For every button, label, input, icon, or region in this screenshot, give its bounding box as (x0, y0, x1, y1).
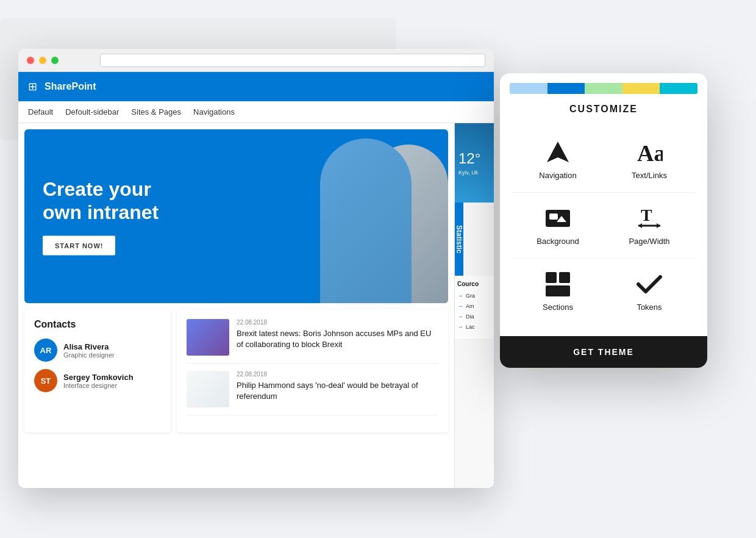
svg-text:T: T (641, 206, 652, 224)
color-swatch-2[interactable] (547, 83, 585, 94)
start-now-button[interactable]: START NOW! (43, 236, 115, 256)
svg-rect-11 (559, 272, 570, 283)
traffic-light-green[interactable] (51, 57, 59, 64)
contact-avatar-2: ST (34, 369, 57, 392)
contact-name-1: Alisa Rivera (63, 342, 115, 351)
customize-panel: CUSTOMIZE Navigation Aa Text/Links (500, 73, 707, 368)
color-swatch-5[interactable] (660, 83, 697, 94)
customize-navigation-item[interactable]: Navigation (512, 127, 604, 192)
news-thumb-1 (187, 319, 229, 356)
news-thumb-2 (187, 371, 229, 407)
sharepoint-navbar: ⊞ SharePoint (18, 72, 494, 101)
news-content-1: 22.08.2018 Brexit latest news: Boris Joh… (237, 319, 438, 356)
hero-people-image (253, 129, 448, 303)
customize-options-grid: Navigation Aa Text/Links Background T (500, 121, 707, 330)
get-theme-button[interactable]: GET THEME (500, 336, 707, 368)
browser-titlebar (18, 49, 494, 72)
weather-widget: 12° Kyiv, Uk (455, 123, 494, 203)
tab-default[interactable]: Default (28, 102, 53, 121)
sp-content-area: Create your own intranet START NOW! Cont… (18, 123, 494, 488)
customize-sections-item[interactable]: Sections (512, 259, 604, 324)
tokens-icon (636, 271, 663, 298)
news-item-1: 22.08.2018 Brexit latest news: Boris Joh… (187, 319, 438, 364)
arrow-icon-1: → (457, 292, 463, 299)
courses-title: Courco (457, 281, 491, 287)
news-date-2: 22.08.2018 (237, 371, 438, 378)
course-item-3[interactable]: → Dia (457, 313, 491, 320)
svg-point-5 (550, 214, 554, 218)
right-sidebar-partial: 12° Kyiv, Uk Statistic Courco → Gra → Am… (454, 123, 494, 488)
contact-name-2: Sergey Tomkovich (63, 373, 134, 382)
news-content-2: 22.08.2018 Philip Hammond says 'no-deal'… (237, 371, 438, 407)
course-item-2[interactable]: → Am (457, 303, 491, 309)
cards-row: Contacts AR Alisa Rivera Graphic designe… (18, 303, 454, 439)
svg-marker-8 (638, 223, 642, 228)
navigation-icon (544, 139, 571, 166)
weather-city: Kyiv, Uk (458, 170, 490, 176)
sp-tabs-bar: Default Defoult-sidebar Sites & Pages Na… (18, 101, 494, 123)
stats-widget: Statistic (455, 203, 463, 276)
sections-icon (544, 271, 571, 298)
traffic-light-red[interactable] (27, 57, 34, 64)
contact-role-1: Graphic designer (63, 351, 115, 359)
svg-rect-12 (546, 285, 570, 296)
browser-window: ⊞ SharePoint Default Defoult-sidebar Sit… (18, 49, 494, 488)
news-title-2[interactable]: Philip Hammond says 'no-deal' would be b… (237, 380, 438, 402)
navigation-label: Navigation (539, 171, 576, 180)
news-item-2: 22.08.2018 Philip Hammond says 'no-deal'… (187, 371, 438, 415)
contact-info-1: Alisa Rivera Graphic designer (63, 342, 115, 359)
weather-temp: 12° (458, 150, 490, 167)
course-item-1[interactable]: → Gra (457, 292, 491, 299)
tab-sites-pages[interactable]: Sites & Pages (131, 102, 181, 121)
color-strip (510, 83, 697, 94)
contact-item-1: AR Alisa Rivera Graphic designer (34, 339, 161, 362)
arrow-icon-3: → (457, 313, 463, 320)
grid-icon[interactable]: ⊞ (28, 80, 37, 93)
news-date-1: 22.08.2018 (237, 319, 438, 326)
text-links-label: Text/Links (632, 171, 667, 180)
arrow-icon-4: → (457, 323, 463, 330)
person-figure-1 (320, 138, 412, 303)
color-swatch-4[interactable] (622, 83, 660, 94)
background-icon (544, 205, 571, 232)
text-links-icon: Aa (636, 139, 663, 166)
tokens-label: Tokens (637, 303, 661, 312)
traffic-light-yellow[interactable] (39, 57, 46, 64)
tab-defoult-sidebar[interactable]: Defoult-sidebar (65, 102, 119, 121)
page-width-icon: T (636, 205, 663, 232)
contacts-card: Contacts AR Alisa Rivera Graphic designe… (24, 309, 171, 432)
color-swatch-3[interactable] (585, 83, 622, 94)
svg-marker-9 (657, 223, 660, 228)
hero-title: Create your own intranet (43, 177, 159, 224)
contact-item-2: ST Sergey Tomkovich Interface designer (34, 369, 161, 392)
svg-text:Aa: Aa (637, 140, 663, 166)
contacts-title: Contacts (34, 319, 161, 330)
customize-title: CUSTOMIZE (500, 104, 707, 115)
course-item-4[interactable]: → Lac (457, 323, 491, 330)
news-title-1[interactable]: Brexit latest news: Boris Johnson accuse… (237, 328, 438, 350)
sharepoint-logo: SharePoint (45, 81, 96, 92)
background-label: Background (537, 237, 579, 246)
sections-label: Sections (543, 303, 573, 312)
svg-marker-0 (547, 142, 569, 162)
contact-info-2: Sergey Tomkovich Interface designer (63, 373, 134, 389)
news-card: 22.08.2018 Brexit latest news: Boris Joh… (177, 309, 448, 432)
address-bar[interactable] (100, 54, 485, 67)
contact-role-2: Interface designer (63, 382, 134, 389)
arrow-icon-2: → (457, 303, 463, 309)
color-swatch-1[interactable] (510, 83, 547, 94)
tab-navigations[interactable]: Navigations (193, 102, 235, 121)
contact-avatar-1: AR (34, 339, 57, 362)
customize-background-item[interactable]: Background (512, 193, 604, 258)
sp-main-column: Create your own intranet START NOW! Cont… (18, 123, 454, 488)
hero-banner: Create your own intranet START NOW! (24, 129, 448, 303)
hero-text-block: Create your own intranet START NOW! (43, 177, 159, 256)
svg-rect-10 (546, 272, 557, 283)
customize-page-width-item[interactable]: T Page/Width (604, 193, 695, 258)
page-width-label: Page/Width (629, 237, 669, 246)
customize-text-links-item[interactable]: Aa Text/Links (604, 127, 695, 192)
courses-widget: Courco → Gra → Am → Dia → Lac (455, 276, 494, 339)
customize-tokens-item[interactable]: Tokens (604, 259, 695, 324)
